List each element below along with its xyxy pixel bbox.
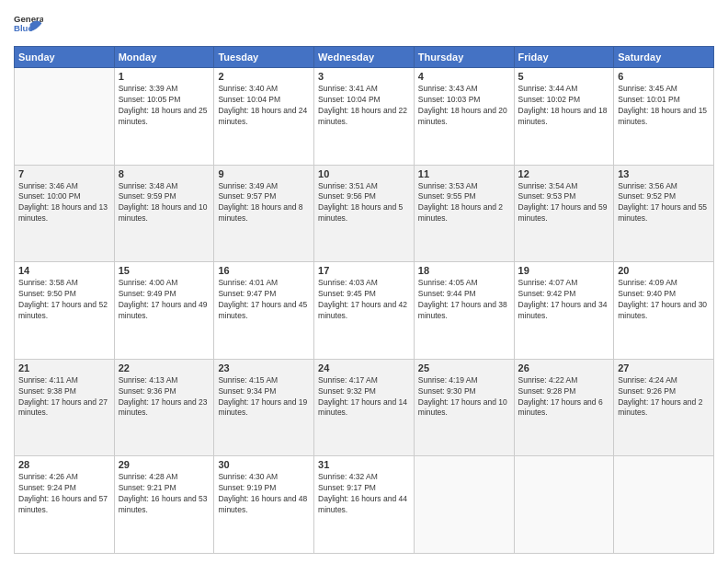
day-number: 26 bbox=[518, 362, 610, 373]
col-tuesday: Tuesday bbox=[214, 47, 314, 68]
day-info: Sunrise: 4:28 AMSunset: 9:21 PMDaylight:… bbox=[119, 472, 210, 516]
calendar-cell: 17 Sunrise: 4:03 AMSunset: 9:45 PMDaylig… bbox=[314, 262, 415, 360]
day-info: Sunrise: 3:53 AMSunset: 9:55 PMDaylight:… bbox=[418, 181, 510, 225]
day-info: Sunrise: 3:58 AMSunset: 9:50 PMDaylight:… bbox=[18, 278, 110, 322]
calendar-cell: 2 Sunrise: 3:40 AMSunset: 10:04 PMDaylig… bbox=[214, 68, 314, 166]
day-number: 1 bbox=[119, 71, 210, 82]
day-info: Sunrise: 3:39 AMSunset: 10:05 PMDaylight… bbox=[119, 84, 210, 128]
day-number: 23 bbox=[218, 362, 310, 373]
day-info: Sunrise: 3:44 AMSunset: 10:02 PMDaylight… bbox=[518, 84, 610, 128]
day-info: Sunrise: 4:09 AMSunset: 9:40 PMDaylight:… bbox=[618, 278, 710, 322]
calendar-cell: 27 Sunrise: 4:24 AMSunset: 9:26 PMDaylig… bbox=[614, 359, 714, 456]
day-number: 22 bbox=[119, 362, 210, 373]
day-info: Sunrise: 4:11 AMSunset: 9:38 PMDaylight:… bbox=[18, 375, 110, 419]
col-friday: Friday bbox=[514, 47, 614, 68]
day-info: Sunrise: 4:01 AMSunset: 9:47 PMDaylight:… bbox=[218, 278, 310, 322]
day-info: Sunrise: 4:05 AMSunset: 9:44 PMDaylight:… bbox=[418, 278, 510, 322]
day-number: 11 bbox=[418, 168, 510, 179]
col-saturday: Saturday bbox=[614, 47, 714, 68]
day-number: 17 bbox=[318, 265, 410, 276]
calendar-cell: 30 Sunrise: 4:30 AMSunset: 9:19 PMDaylig… bbox=[214, 456, 314, 554]
calendar-cell: 24 Sunrise: 4:17 AMSunset: 9:32 PMDaylig… bbox=[314, 359, 415, 456]
day-info: Sunrise: 3:54 AMSunset: 9:53 PMDaylight:… bbox=[518, 181, 610, 225]
calendar-cell: 18 Sunrise: 4:05 AMSunset: 9:44 PMDaylig… bbox=[414, 262, 514, 360]
calendar-cell bbox=[514, 456, 614, 554]
calendar-week-2: 7 Sunrise: 3:46 AMSunset: 10:00 PMDaylig… bbox=[15, 165, 714, 262]
day-number: 15 bbox=[119, 265, 210, 276]
calendar-cell bbox=[414, 456, 514, 554]
day-number: 4 bbox=[418, 71, 510, 82]
day-info: Sunrise: 4:30 AMSunset: 9:19 PMDaylight:… bbox=[218, 472, 310, 516]
calendar-cell: 25 Sunrise: 4:19 AMSunset: 9:30 PMDaylig… bbox=[414, 359, 514, 456]
day-number: 16 bbox=[218, 265, 310, 276]
svg-text:Blue: Blue bbox=[14, 23, 33, 33]
day-info: Sunrise: 3:49 AMSunset: 9:57 PMDaylight:… bbox=[218, 181, 310, 225]
calendar-cell: 3 Sunrise: 3:41 AMSunset: 10:04 PMDaylig… bbox=[314, 68, 415, 166]
calendar-week-4: 21 Sunrise: 4:11 AMSunset: 9:38 PMDaylig… bbox=[15, 359, 714, 456]
calendar-week-3: 14 Sunrise: 3:58 AMSunset: 9:50 PMDaylig… bbox=[15, 262, 714, 360]
calendar-cell: 28 Sunrise: 4:26 AMSunset: 9:24 PMDaylig… bbox=[15, 456, 115, 554]
day-info: Sunrise: 4:07 AMSunset: 9:42 PMDaylight:… bbox=[518, 278, 610, 322]
calendar-cell: 13 Sunrise: 3:56 AMSunset: 9:52 PMDaylig… bbox=[614, 165, 714, 262]
day-number: 9 bbox=[218, 168, 310, 179]
calendar-cell: 4 Sunrise: 3:43 AMSunset: 10:03 PMDaylig… bbox=[414, 68, 514, 166]
calendar-cell: 16 Sunrise: 4:01 AMSunset: 9:47 PMDaylig… bbox=[214, 262, 314, 360]
calendar-cell: 11 Sunrise: 3:53 AMSunset: 9:55 PMDaylig… bbox=[414, 165, 514, 262]
calendar-page: General Blue Sunday Monday Tuesday Wedne… bbox=[0, 0, 728, 563]
day-info: Sunrise: 3:46 AMSunset: 10:00 PMDaylight… bbox=[18, 181, 110, 225]
day-number: 20 bbox=[618, 265, 710, 276]
calendar-cell: 31 Sunrise: 4:32 AMSunset: 9:17 PMDaylig… bbox=[314, 456, 415, 554]
day-number: 7 bbox=[18, 168, 110, 179]
day-number: 28 bbox=[18, 459, 110, 470]
col-sunday: Sunday bbox=[15, 47, 115, 68]
day-number: 12 bbox=[518, 168, 610, 179]
day-number: 2 bbox=[218, 71, 310, 82]
day-number: 13 bbox=[618, 168, 710, 179]
day-info: Sunrise: 4:03 AMSunset: 9:45 PMDaylight:… bbox=[318, 278, 410, 322]
day-info: Sunrise: 4:15 AMSunset: 9:34 PMDaylight:… bbox=[218, 375, 310, 419]
calendar-cell: 7 Sunrise: 3:46 AMSunset: 10:00 PMDaylig… bbox=[15, 165, 115, 262]
day-info: Sunrise: 4:17 AMSunset: 9:32 PMDaylight:… bbox=[318, 375, 410, 419]
calendar-cell: 26 Sunrise: 4:22 AMSunset: 9:28 PMDaylig… bbox=[514, 359, 614, 456]
logo-svg: General Blue bbox=[14, 9, 43, 39]
day-info: Sunrise: 3:41 AMSunset: 10:04 PMDaylight… bbox=[318, 84, 410, 128]
col-wednesday: Wednesday bbox=[314, 47, 415, 68]
calendar-table: Sunday Monday Tuesday Wednesday Thursday… bbox=[14, 46, 714, 554]
header: General Blue bbox=[14, 9, 714, 39]
day-number: 25 bbox=[418, 362, 510, 373]
calendar-cell: 14 Sunrise: 3:58 AMSunset: 9:50 PMDaylig… bbox=[15, 262, 115, 360]
day-number: 27 bbox=[618, 362, 710, 373]
day-number: 21 bbox=[18, 362, 110, 373]
day-number: 3 bbox=[318, 71, 410, 82]
calendar-cell: 9 Sunrise: 3:49 AMSunset: 9:57 PMDayligh… bbox=[214, 165, 314, 262]
calendar-cell bbox=[614, 456, 714, 554]
calendar-cell: 21 Sunrise: 4:11 AMSunset: 9:38 PMDaylig… bbox=[15, 359, 115, 456]
day-info: Sunrise: 3:56 AMSunset: 9:52 PMDaylight:… bbox=[618, 181, 710, 225]
calendar-cell: 19 Sunrise: 4:07 AMSunset: 9:42 PMDaylig… bbox=[514, 262, 614, 360]
calendar-cell: 20 Sunrise: 4:09 AMSunset: 9:40 PMDaylig… bbox=[614, 262, 714, 360]
calendar-week-5: 28 Sunrise: 4:26 AMSunset: 9:24 PMDaylig… bbox=[15, 456, 714, 554]
day-number: 31 bbox=[318, 459, 410, 470]
day-number: 19 bbox=[518, 265, 610, 276]
day-info: Sunrise: 4:19 AMSunset: 9:30 PMDaylight:… bbox=[418, 375, 510, 419]
day-number: 10 bbox=[318, 168, 410, 179]
day-number: 29 bbox=[119, 459, 210, 470]
calendar-cell: 29 Sunrise: 4:28 AMSunset: 9:21 PMDaylig… bbox=[114, 456, 214, 554]
day-info: Sunrise: 3:40 AMSunset: 10:04 PMDaylight… bbox=[218, 84, 310, 128]
calendar-header-row: Sunday Monday Tuesday Wednesday Thursday… bbox=[15, 47, 714, 68]
day-number: 14 bbox=[18, 265, 110, 276]
day-info: Sunrise: 4:32 AMSunset: 9:17 PMDaylight:… bbox=[318, 472, 410, 516]
day-number: 5 bbox=[518, 71, 610, 82]
calendar-cell bbox=[15, 68, 115, 166]
calendar-cell: 10 Sunrise: 3:51 AMSunset: 9:56 PMDaylig… bbox=[314, 165, 415, 262]
day-number: 18 bbox=[418, 265, 510, 276]
day-info: Sunrise: 4:00 AMSunset: 9:49 PMDaylight:… bbox=[119, 278, 210, 322]
day-info: Sunrise: 4:13 AMSunset: 9:36 PMDaylight:… bbox=[119, 375, 210, 419]
day-number: 30 bbox=[218, 459, 310, 470]
day-info: Sunrise: 3:51 AMSunset: 9:56 PMDaylight:… bbox=[318, 181, 410, 225]
day-info: Sunrise: 4:26 AMSunset: 9:24 PMDaylight:… bbox=[18, 472, 110, 516]
day-number: 8 bbox=[119, 168, 210, 179]
col-monday: Monday bbox=[114, 47, 214, 68]
calendar-cell: 5 Sunrise: 3:44 AMSunset: 10:02 PMDaylig… bbox=[514, 68, 614, 166]
day-info: Sunrise: 4:22 AMSunset: 9:28 PMDaylight:… bbox=[518, 375, 610, 419]
